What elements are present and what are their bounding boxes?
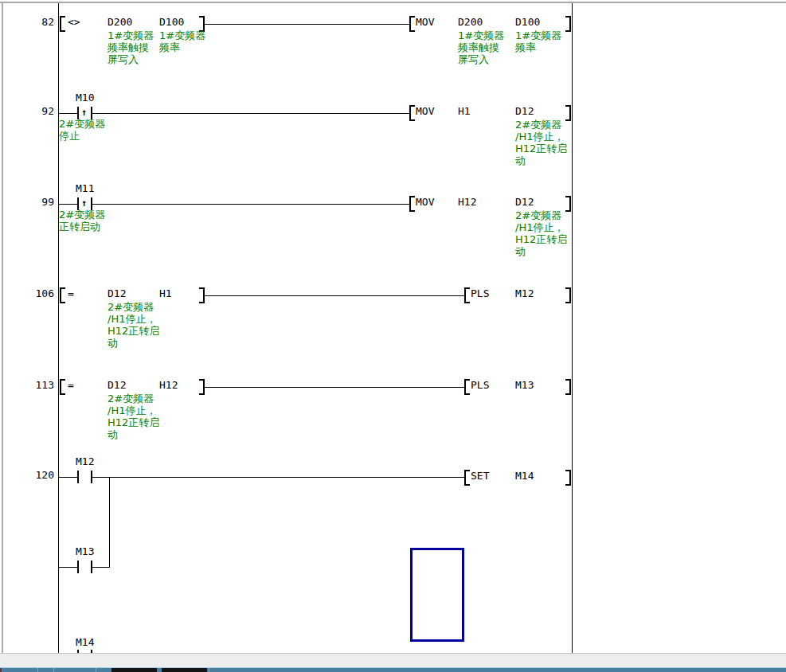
device-comment: 1#变频器 频率 — [515, 29, 571, 53]
taskbar-separator — [209, 668, 209, 672]
power-rail-right — [572, 3, 573, 653]
rung-wire — [92, 113, 409, 114]
compare-operand2[interactable]: D100 — [159, 17, 184, 28]
step-number: 99 — [22, 197, 54, 208]
instruction-close-bracket — [565, 379, 571, 395]
instruction-mnemonic[interactable]: MOV — [416, 197, 434, 208]
instruction-close-bracket — [565, 287, 571, 303]
rung-wire — [58, 477, 77, 478]
instruction-operand1[interactable]: D200 — [458, 17, 483, 28]
step-number: 120 — [22, 470, 54, 481]
taskbar — [0, 667, 786, 672]
compare-operand1[interactable]: D200 — [108, 17, 132, 28]
rising-edge-arrow-icon: ↑ — [78, 197, 90, 209]
compare-operand2[interactable]: H12 — [159, 380, 178, 391]
device-comment: 2#变频器 /H1停止， H12正转启 动 — [108, 301, 163, 349]
instruction-operand1[interactable]: M14 — [515, 471, 534, 482]
instruction-open-bracket — [409, 196, 415, 212]
compare-mnemonic[interactable]: = — [68, 380, 74, 391]
compare-mnemonic[interactable]: = — [68, 288, 74, 299]
device-comment: 2#变频器 /H1停止， H12正转启 动 — [108, 393, 163, 440]
rung-wire — [204, 387, 464, 388]
device-comment: 1#变频器 频率触摸 屏写入 — [108, 29, 163, 65]
power-rail-left — [58, 3, 59, 653]
device-comment: 2#变频器 /H1停止， H12正转启 动 — [515, 119, 571, 166]
branch-wire — [92, 567, 110, 568]
taskbar-separator — [53, 668, 54, 672]
instruction-open-bracket — [409, 105, 415, 121]
branch-wire — [58, 567, 77, 568]
compare-mnemonic[interactable]: <> — [68, 17, 80, 28]
instruction-operand2[interactable]: D12 — [515, 106, 534, 117]
taskbar-window-button[interactable] — [162, 668, 207, 672]
compare-operand1[interactable]: D12 — [108, 288, 126, 299]
instruction-mnemonic[interactable]: MOV — [416, 106, 434, 117]
rising-edge-arrow-icon: ↑ — [78, 107, 90, 118]
instruction-mnemonic[interactable]: MOV — [416, 17, 434, 28]
device-comment: 2#变频器 停止 — [59, 118, 115, 142]
step-number: 82 — [22, 17, 54, 28]
instruction-open-bracket — [409, 16, 415, 32]
step-number: 113 — [22, 380, 54, 391]
contact-bar[interactable] — [77, 471, 79, 483]
contact-device-label: M12 — [76, 456, 94, 467]
taskbar-separator — [96, 668, 96, 672]
compare-operand2[interactable]: H1 — [159, 288, 172, 299]
taskbar-separator — [37, 668, 38, 672]
device-comment: 2#变频器 /H1停止， H12正转启 动 — [515, 209, 571, 257]
device-comment: 2#变频器 正转启动 — [59, 209, 115, 232]
panel-top-border — [0, 2, 786, 3]
branch-wire — [109, 477, 110, 568]
instruction-open-bracket — [464, 379, 470, 395]
device-comment: 1#变频器 频率 — [159, 29, 215, 53]
device-comment: 1#变频器 频率触摸 屏写入 — [458, 29, 514, 65]
instruction-mnemonic[interactable]: PLS — [471, 288, 489, 299]
rung-wire — [92, 204, 409, 205]
compare-open-bracket — [60, 379, 65, 395]
panel-left-border — [2, 2, 3, 653]
compare-operand1[interactable]: D12 — [108, 380, 126, 391]
compare-open-bracket — [60, 287, 65, 303]
ladder-editor-view: 82 <> D200 D100 MOV D200 D100 1#变频器 频率触摸… — [0, 0, 786, 672]
instruction-close-bracket — [565, 470, 571, 486]
contact-device-label: M10 — [76, 92, 94, 104]
instruction-operand1[interactable]: H12 — [458, 197, 476, 208]
instruction-operand2[interactable]: D12 — [515, 197, 534, 208]
instruction-operand1[interactable]: M13 — [515, 380, 534, 391]
contact-device-label: M13 — [76, 546, 94, 557]
instruction-operand2[interactable]: D100 — [515, 17, 540, 28]
taskbar-left-mark — [0, 668, 2, 672]
rung-106: 106 = D12 H1 PLS M12 2#变频器 /H1停止， H12正转启… — [0, 0, 786, 672]
rung-wire — [204, 24, 409, 25]
step-number: 106 — [22, 288, 54, 299]
rung-wire — [58, 204, 77, 205]
taskbar-window-button[interactable] — [111, 668, 157, 672]
instruction-operand1[interactable]: H1 — [458, 106, 471, 117]
window-bottom-strip — [0, 654, 786, 667]
contact-bar[interactable] — [77, 561, 79, 573]
instruction-mnemonic[interactable]: PLS — [471, 380, 489, 391]
rung-wire — [204, 295, 464, 296]
instruction-open-bracket — [464, 287, 470, 303]
rung-wire — [92, 477, 464, 478]
contact-device-label: M11 — [76, 183, 94, 194]
instruction-mnemonic[interactable]: SET — [471, 471, 489, 482]
compare-open-bracket — [60, 16, 65, 32]
instruction-operand1[interactable]: M12 — [515, 288, 534, 299]
edit-cursor[interactable] — [410, 548, 464, 642]
instruction-open-bracket — [464, 470, 470, 486]
step-number: 92 — [22, 106, 54, 117]
rung-wire — [58, 113, 77, 114]
contact-device-label: M14 — [76, 637, 94, 648]
